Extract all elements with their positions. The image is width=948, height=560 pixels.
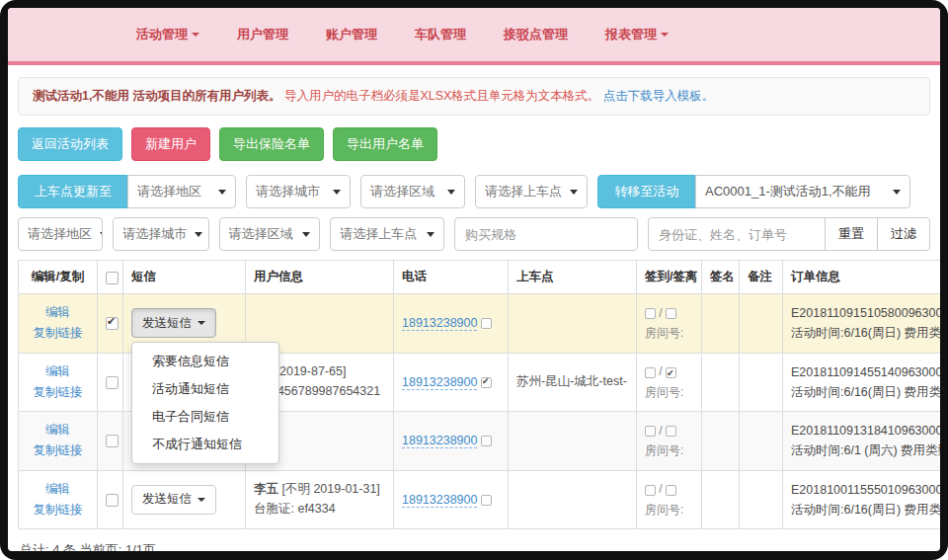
menu-item-activity-notice-sms[interactable]: 活动通知短信 [132, 375, 278, 403]
nav-user-management[interactable]: 用户管理 [237, 26, 288, 43]
checkout-checkbox[interactable] [666, 485, 676, 496]
header-pickup-point: 上车点 [509, 261, 637, 294]
checkin-checkbox[interactable] [645, 308, 656, 319]
download-template-link[interactable]: 点击下载导入模板。 [603, 89, 715, 103]
menu-item-request-info-sms[interactable]: 索要信息短信 [132, 348, 278, 375]
region-filter-select[interactable]: 请选择地区 [18, 217, 103, 251]
checkout-checkbox[interactable] [666, 367, 676, 378]
note-cell [740, 470, 783, 529]
phone-checkbox[interactable] [481, 495, 492, 506]
chevron-down-icon [333, 190, 341, 195]
table-header-row: 编辑/复制 短信 用户信息 电话 上车点 签到/签离 签名 备注 订单信息 [19, 261, 941, 294]
chevron-down-icon [198, 321, 205, 325]
search-group: 重置 过滤 [648, 217, 930, 251]
city-select[interactable]: 请选择城市 [246, 175, 351, 208]
chevron-down-icon [195, 232, 202, 237]
menu-item-econtract-sms[interactable]: 电子合同短信 [132, 403, 278, 431]
phone-link[interactable]: 18913238900 [402, 375, 477, 390]
edit-link[interactable]: 编辑 [27, 420, 89, 440]
phone-link[interactable]: 18913238900 [402, 493, 477, 508]
nav-account-management[interactable]: 账户管理 [326, 26, 377, 43]
nav-label: 车队管理 [415, 26, 466, 43]
chevron-down-icon [192, 33, 199, 37]
nav-activity-management[interactable]: 活动管理 [136, 26, 199, 43]
region-select[interactable]: 请选择地区 [127, 175, 236, 208]
phone-checkbox[interactable] [481, 436, 492, 446]
activity-select[interactable]: AC0001_1-测试活动1,不能用 [695, 175, 910, 208]
order-detail: 活动时间:6/16(周日) 费用类型 [791, 323, 940, 343]
pickup-point-select[interactable]: 请选择上车点 [475, 175, 588, 208]
pickup-update-button[interactable]: 上车点更新至 [18, 175, 128, 208]
edit-link[interactable]: 编辑 [27, 302, 89, 323]
nav-report-management[interactable]: 报表管理 [605, 26, 669, 43]
phone-checkbox[interactable] [481, 318, 492, 329]
nav-label: 用户管理 [237, 26, 288, 43]
order-info-cell: E20181109131841096300031 活动时间:6/1 (周六) 费… [783, 412, 941, 471]
phone-link[interactable]: 18913238900 [402, 316, 477, 331]
row-checkbox[interactable] [106, 317, 118, 330]
toolbar: 返回活动列表 新建用户 导出保险名单 导出用户名单 [18, 127, 930, 161]
order-detail: 活动时间:6/16(周日) 费用类型 [791, 500, 940, 520]
phone-link[interactable]: 18913238900 [402, 434, 477, 448]
signature-cell [702, 412, 740, 471]
copy-link[interactable]: 复制链接 [27, 382, 89, 403]
send-sms-button[interactable]: 发送短信 [131, 308, 216, 338]
new-user-button[interactable]: 新建用户 [131, 127, 210, 161]
copy-link[interactable]: 复制链接 [27, 440, 89, 461]
search-input[interactable] [648, 217, 826, 251]
purchase-spec-input[interactable] [454, 217, 638, 251]
export-insurance-button[interactable]: 导出保险名单 [219, 127, 324, 161]
copy-link[interactable]: 复制链接 [27, 323, 89, 344]
filter-button[interactable]: 过滤 [877, 217, 930, 251]
row-checkbox[interactable] [106, 376, 118, 389]
sms-cell: 发送短信 [123, 470, 246, 529]
search-filter-row: 请选择地区 请选择城市 请选择区域 请选择上车点 [18, 217, 930, 251]
order-info-cell: E201811091455140963000019 活动时间:6/16(周日) … [783, 353, 941, 412]
checkin-checkbox[interactable] [645, 367, 656, 378]
alert-warning-text: 导入用户的电子档必须是XLSX格式且单元格为文本格式。 [284, 89, 599, 103]
district-select[interactable]: 请选择区域 [360, 175, 465, 208]
export-users-button[interactable]: 导出用户名单 [333, 127, 437, 161]
row-checkbox[interactable] [106, 435, 118, 447]
send-sms-button[interactable]: 发送短信 [131, 485, 216, 515]
header-order-info: 订单信息 [783, 261, 941, 294]
header-select-all [98, 261, 123, 294]
order-detail: 活动时间:6/16(周日) 费用类型 [791, 382, 940, 402]
select-value: 请选择区域 [370, 183, 434, 200]
checkout-checkbox[interactable] [666, 426, 676, 437]
back-to-activity-list-button[interactable]: 返回活动列表 [18, 127, 122, 161]
send-sms-label: 发送短信 [142, 491, 192, 508]
transfer-to-activity-button[interactable]: 转移至活动 [597, 175, 696, 208]
row-checkbox[interactable] [106, 494, 118, 507]
city-filter-select[interactable]: 请选择城市 [113, 217, 208, 251]
district-filter-select[interactable]: 请选择区域 [219, 217, 321, 251]
app-page: 活动管理 用户管理 账户管理 车队管理 接驳点管理 报表管理 [8, 8, 940, 551]
pickup-cell [509, 470, 637, 529]
sign-cell: / 房间号: [637, 470, 702, 529]
checkin-checkbox[interactable] [645, 426, 656, 437]
nav-fleet-management[interactable]: 车队管理 [415, 26, 466, 43]
pickup-filter-select[interactable]: 请选择上车点 [330, 217, 444, 251]
transfer-activity-group: 转移至活动 AC0001_1-测试活动1,不能用 [597, 175, 910, 208]
pagination-summary: 总计: 4 条,当前页: 1/1页 [18, 529, 930, 551]
select-value: AC0001_1-测试活动1,不能用 [705, 183, 871, 200]
checkout-checkbox[interactable] [666, 308, 676, 319]
nav-shuttle-point-management[interactable]: 接驳点管理 [504, 26, 568, 43]
users-table: 编辑/复制 短信 用户信息 电话 上车点 签到/签离 签名 备注 订单信息 编辑… [18, 260, 940, 529]
phone-checkbox[interactable] [481, 377, 492, 388]
reset-button[interactable]: 重置 [825, 217, 878, 251]
order-info-cell: E20181001155501096300003 活动时间:6/16(周日) 费… [783, 470, 941, 529]
checkin-checkbox[interactable] [645, 485, 656, 496]
chevron-down-icon [447, 190, 455, 195]
sign-cell: / 房间号: [637, 353, 702, 412]
edit-link[interactable]: 编辑 [27, 361, 89, 382]
edit-link[interactable]: 编辑 [27, 479, 89, 500]
row-select-cell [98, 470, 123, 529]
chevron-down-icon [198, 498, 205, 502]
copy-link[interactable]: 复制链接 [27, 500, 89, 520]
note-cell [740, 294, 783, 354]
note-cell [740, 353, 783, 412]
menu-item-cancellation-notice-sms[interactable]: 不成行通知短信 [132, 431, 278, 458]
nav-label: 账户管理 [326, 26, 377, 43]
select-all-checkbox[interactable] [106, 272, 118, 284]
